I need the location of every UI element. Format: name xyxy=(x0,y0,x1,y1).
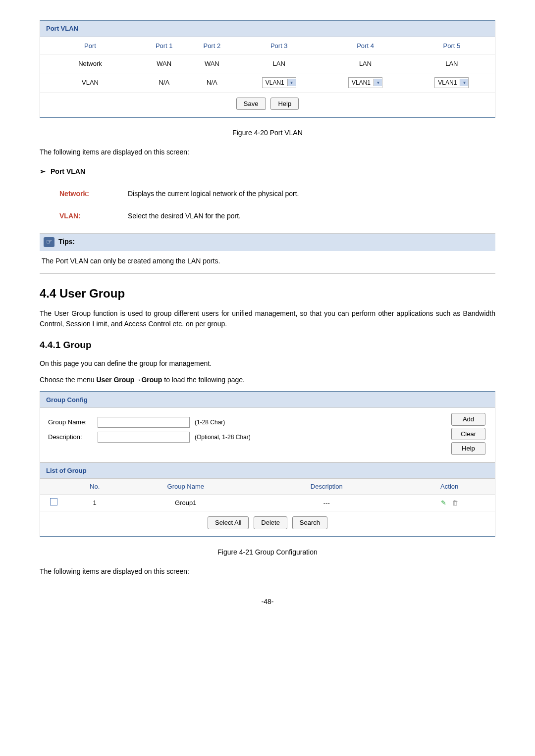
tips-box: ☞ Tips: The Port VLAN can only be create… xyxy=(40,233,495,274)
vlan-select-p5[interactable]: VLAN1 ▾ xyxy=(434,77,469,88)
figure-4-21-caption: Figure 4-21 Group Configuration xyxy=(40,547,495,557)
page-number: -48- xyxy=(40,597,495,607)
row1-group-name: Group1 xyxy=(122,495,249,511)
row-label-network: Network xyxy=(40,55,140,73)
col-port3: Port 3 xyxy=(236,37,322,55)
port-vlan-table: Port Port 1 Port 2 Port 3 Port 4 Port 5 … xyxy=(40,37,495,93)
col-port2: Port 2 xyxy=(188,37,236,55)
col-action: Action xyxy=(404,479,495,495)
net-p1: WAN xyxy=(140,55,188,73)
chevron-down-icon: ▾ xyxy=(374,79,382,86)
section-port-vlan: Port VLAN xyxy=(40,166,495,177)
field-vlan-label: VLAN: xyxy=(59,206,128,228)
row-checkbox[interactable] xyxy=(50,498,57,505)
menu-path-bold: User Group→Group xyxy=(96,376,162,384)
help-button-group[interactable]: Help xyxy=(451,442,485,455)
net-p4: LAN xyxy=(322,55,408,73)
table-row: 1 Group1 --- ✎ 🗑 xyxy=(40,495,495,511)
vlan-select-p3[interactable]: VLAN1 ▾ xyxy=(262,77,296,88)
paragraph-4-4-1a: On this page you can define the group fo… xyxy=(40,358,495,369)
list-of-group-title: List of Group xyxy=(40,462,495,479)
col-port5: Port 5 xyxy=(409,37,495,55)
net-p3: LAN xyxy=(236,55,322,73)
vlan-select-p4-value: VLAN1 xyxy=(349,78,374,88)
paragraph-4-4-1b: Choose the menu User Group→Group to load… xyxy=(40,375,495,385)
vlan-p1: N/A xyxy=(140,73,188,92)
vlan-select-p5-value: VLAN1 xyxy=(435,78,460,88)
net-p5: LAN xyxy=(409,55,495,73)
menu-path-pre: Choose the menu xyxy=(40,376,96,384)
tips-body: The Port VLAN can only be created among … xyxy=(40,251,495,273)
group-name-input[interactable] xyxy=(98,417,190,428)
port-vlan-panel: Port VLAN Port Port 1 Port 2 Port 3 Port… xyxy=(40,20,495,118)
group-config-panel: Group Config Group Name: (1-28 Char) Des… xyxy=(40,391,495,537)
paragraph-4-4: The User Group function is used to group… xyxy=(40,308,495,329)
vlan-select-p3-value: VLAN1 xyxy=(263,78,287,88)
col-group-name: Group Name xyxy=(122,479,249,495)
field-description-table: Network: Displays the current logical ne… xyxy=(59,184,308,228)
row1-description: --- xyxy=(249,495,404,511)
description-input[interactable] xyxy=(98,432,190,443)
intro-text-1: The following items are displayed on thi… xyxy=(40,147,495,157)
delete-icon[interactable]: 🗑 xyxy=(452,499,458,506)
vlan-select-p4[interactable]: VLAN1 ▾ xyxy=(348,77,382,88)
group-config-title: Group Config xyxy=(40,392,495,408)
heading-4-4-1: 4.4.1 Group xyxy=(40,338,495,353)
select-all-button[interactable]: Select All xyxy=(208,516,249,529)
add-button[interactable]: Add xyxy=(451,413,485,426)
col-port4: Port 4 xyxy=(322,37,408,55)
field-network-label: Network: xyxy=(59,184,128,206)
search-button[interactable]: Search xyxy=(292,516,327,529)
row1-no: 1 xyxy=(67,495,122,511)
save-button[interactable]: Save xyxy=(236,98,266,110)
field-vlan-text: Select the desired VLAN for the port. xyxy=(128,206,308,228)
group-name-label: Group Name: xyxy=(48,417,98,427)
chevron-down-icon: ▾ xyxy=(460,79,468,86)
heading-4-4: 4.4 User Group xyxy=(40,285,495,302)
vlan-p2: N/A xyxy=(188,73,236,92)
menu-path-post: to load the following page. xyxy=(162,376,245,384)
figure-4-20-caption: Figure 4-20 Port VLAN xyxy=(40,128,495,138)
col-port1: Port 1 xyxy=(140,37,188,55)
port-vlan-panel-title: Port VLAN xyxy=(40,21,495,37)
chevron-down-icon: ▾ xyxy=(287,79,296,86)
delete-button[interactable]: Delete xyxy=(254,516,287,529)
net-p2: WAN xyxy=(188,55,236,73)
edit-icon[interactable]: ✎ xyxy=(441,499,446,506)
tips-label: Tips: xyxy=(58,237,75,247)
clear-button[interactable]: Clear xyxy=(451,428,485,441)
help-button[interactable]: Help xyxy=(270,98,299,110)
row-label-vlan: VLAN xyxy=(40,73,140,92)
outro-text: The following items are displayed on thi… xyxy=(40,566,495,577)
description-hint: (Optional, 1-28 Char) xyxy=(195,433,251,442)
group-list-table: No. Group Name Description Action 1 Grou… xyxy=(40,479,495,511)
field-network-text: Displays the current logical network of … xyxy=(128,184,308,206)
col-no: No. xyxy=(67,479,122,495)
row-label-port: Port xyxy=(40,37,140,55)
group-name-hint: (1-28 Char) xyxy=(195,418,225,427)
hand-point-icon: ☞ xyxy=(44,237,54,247)
description-label: Description: xyxy=(48,432,98,442)
col-description: Description xyxy=(249,479,404,495)
